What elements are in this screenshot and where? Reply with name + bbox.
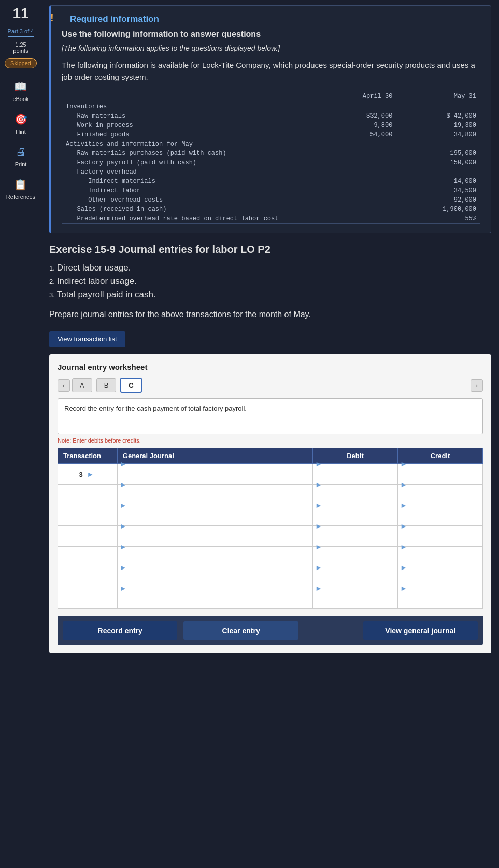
entry-note: Note: Enter debits before credits.: [58, 437, 483, 444]
prepare-text: Prepare journal entries for the above tr…: [49, 308, 491, 321]
journal-input[interactable]: [118, 572, 312, 592]
sidebar: 11 Part 3 of 4 1.25 points Skipped 📖 eBo…: [0, 0, 41, 868]
tab-c[interactable]: C: [120, 378, 141, 393]
print-icon: 🖨: [13, 144, 28, 160]
debit-cell[interactable]: ►: [312, 464, 397, 485]
table-row: Factory overhead: [62, 167, 480, 177]
info-italic: [The following information applies to th…: [62, 44, 480, 52]
journal-input[interactable]: [118, 468, 312, 488]
credit-cell[interactable]: ►: [397, 464, 482, 485]
journal-input[interactable]: [118, 592, 312, 613]
skipped-badge: Skipped: [5, 58, 37, 68]
record-entry-button[interactable]: Record entry: [63, 621, 177, 640]
sidebar-label-print: Print: [15, 161, 27, 167]
journal-input[interactable]: [118, 489, 312, 509]
tab-prev-arrow[interactable]: ‹: [58, 379, 70, 392]
sidebar-item-hint[interactable]: 🎯 Hint: [13, 111, 28, 135]
table-row: Finished goods 54,000 34,800: [62, 130, 480, 139]
exercise-item-3: 3. Total payroll paid in cash.: [49, 290, 491, 300]
table-row: Raw materials $32,000 $ 42,000: [62, 111, 480, 121]
credit-input[interactable]: [398, 509, 482, 530]
main-content: ! Required information Use the following…: [41, 0, 499, 868]
col-header-transaction: Transaction: [58, 448, 118, 464]
debit-input[interactable]: [313, 509, 397, 530]
clear-entry-button[interactable]: Clear entry: [183, 621, 298, 640]
inventory-table: April 30 May 31 Inventories Raw material…: [62, 91, 480, 224]
credit-input[interactable]: [398, 530, 482, 550]
journal-input[interactable]: [118, 551, 312, 571]
table-row: Factory payroll (paid with cash) 150,000: [62, 158, 480, 167]
part-divider: [8, 36, 34, 37]
points-info: 1.25 points: [13, 41, 28, 54]
debit-input[interactable]: [313, 592, 397, 613]
question-number: 11: [12, 5, 28, 22]
debit-input[interactable]: [313, 551, 397, 571]
ebook-icon: 📖: [13, 79, 28, 94]
col-header-general-journal: General Journal: [117, 448, 312, 464]
col-header-credit: Credit: [397, 448, 482, 464]
credit-input[interactable]: [398, 551, 482, 571]
tab-next-arrow[interactable]: ›: [471, 379, 483, 392]
info-subtitle: Use the following information to answer …: [62, 30, 480, 39]
worksheet-container: Journal entry worksheet ‹ A B C › Record…: [49, 354, 491, 653]
table-row: Predetermined overhead rate based on dir…: [62, 214, 480, 224]
journal-table: Transaction General Journal Debit Credit…: [58, 448, 483, 609]
action-buttons: Record entry Clear entry View general jo…: [58, 616, 483, 645]
sidebar-label-references: References: [6, 194, 35, 200]
info-body: The following information is available f…: [62, 60, 480, 83]
exclamation-icon: !: [50, 12, 54, 24]
worksheet-title: Journal entry worksheet: [58, 363, 483, 372]
credit-input[interactable]: [398, 489, 482, 509]
table-row: Raw materials purchases (paid with cash)…: [62, 149, 480, 158]
transaction-num-empty: [58, 485, 118, 505]
tab-a[interactable]: A: [72, 378, 92, 392]
sidebar-item-references[interactable]: 📋 References: [6, 177, 35, 200]
sidebar-label-ebook: eBook: [12, 96, 28, 102]
exercise-item-2: 2. Indirect labor usage.: [49, 276, 491, 287]
journal-cell[interactable]: ►: [117, 464, 312, 485]
debit-input[interactable]: [313, 468, 397, 488]
credit-input[interactable]: [398, 572, 482, 592]
transaction-num-empty: [58, 505, 118, 526]
required-info-title: Required information: [70, 14, 480, 24]
table-row: Indirect labor 34,500: [62, 186, 480, 195]
exercise-item-1: 1. Direct labor usage.: [49, 263, 491, 273]
transaction-num-3: 3 ►: [58, 464, 118, 485]
table-row: Activities and information for May: [62, 139, 480, 149]
tab-b[interactable]: B: [96, 378, 117, 392]
table-row: Sales (received in cash) 1,900,000: [62, 205, 480, 214]
credit-input[interactable]: [398, 468, 482, 488]
row-arrow: ►: [84, 470, 96, 478]
sidebar-label-hint: Hint: [16, 129, 26, 135]
references-icon: 📋: [13, 177, 28, 192]
part-info: Part 3 of 4: [8, 28, 34, 34]
debit-input[interactable]: [313, 489, 397, 509]
table-row: Indirect materials 14,000: [62, 177, 480, 186]
table-row: Work in process 9,800 19,300: [62, 121, 480, 130]
journal-input[interactable]: [118, 530, 312, 550]
view-general-journal-button[interactable]: View general journal: [363, 621, 478, 640]
debit-input[interactable]: [313, 572, 397, 592]
transaction-num-empty: [58, 588, 118, 609]
transaction-num-empty: [58, 567, 118, 588]
credit-input[interactable]: [398, 592, 482, 613]
exercise-title: Exercise 15-9 Journal entries for labor …: [49, 244, 491, 255]
debit-input[interactable]: [313, 530, 397, 550]
journal-input[interactable]: [118, 509, 312, 530]
col-header-debit: Debit: [312, 448, 397, 464]
tab-bar: ‹ A B C ›: [58, 378, 483, 393]
sidebar-item-ebook[interactable]: 📖 eBook: [12, 79, 28, 102]
transaction-num-empty: [58, 526, 118, 547]
sidebar-item-print[interactable]: 🖨 Print: [13, 144, 28, 167]
table-row: Other overhead costs 92,000: [62, 195, 480, 205]
hint-icon: 🎯: [13, 111, 28, 127]
required-info-box: ! Required information Use the following…: [49, 5, 491, 233]
transaction-num-empty: [58, 547, 118, 567]
entry-description: Record the entry for the cash payment of…: [58, 398, 483, 434]
view-transaction-button[interactable]: View transaction list: [49, 331, 125, 347]
exercise-items: 1. Direct labor usage. 2. Indirect labor…: [49, 263, 491, 300]
table-row: Inventories: [62, 102, 480, 112]
